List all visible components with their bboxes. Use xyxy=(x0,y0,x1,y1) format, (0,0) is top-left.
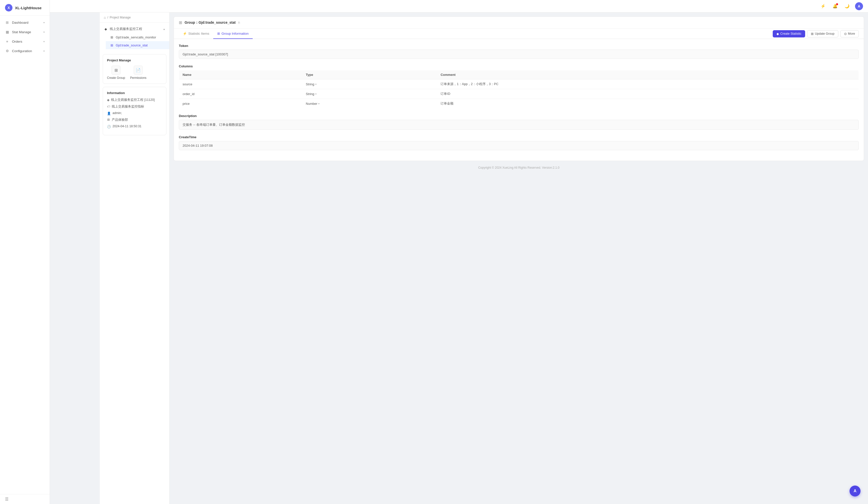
tool-icon[interactable]: ⚡ xyxy=(819,2,827,10)
sidebar-item-stat-manage[interactable]: ▦ Stat Manage ▾ xyxy=(0,27,50,37)
chevron-up-icon: ▲ xyxy=(163,28,165,30)
sidebar-item-configuration[interactable]: ⚙ Configuration ▾ xyxy=(0,46,50,56)
project-tree: ◆ 线上交易服务监控工程 ▲ ⊞ Gjd:trade_servcalls_mon… xyxy=(100,23,169,51)
token-label: Token xyxy=(179,44,859,48)
col-header-name: Name xyxy=(179,70,302,79)
update-group-button[interactable]: ⊞ Update Group xyxy=(807,30,838,38)
right-content: ⊞ Group：Gjd:trade_source_stat ⎘ ⚡ Statis… xyxy=(169,12,868,504)
tab-label: Statistic Items xyxy=(188,32,209,35)
sidebar: X XL-LightHouse ⊞ Dashboard ▾ ▦ Stat Man… xyxy=(0,0,50,504)
chevron-down-icon: ▾ xyxy=(43,21,45,24)
bar-chart-icon: ▦ xyxy=(5,30,10,34)
topbar: ⚡ 🔔 🌙 A xyxy=(50,0,868,12)
type-select-0[interactable]: String ▾ xyxy=(306,82,434,86)
create-statistic-button[interactable]: ◆ Create Statistic xyxy=(773,30,805,38)
diamond-icon: ◆ xyxy=(104,27,108,31)
info-row-3: 🏛 产品体验部 xyxy=(107,118,162,122)
app-name: XL-LightHouse xyxy=(15,6,42,10)
tab-group-information[interactable]: ⊞ Group Information xyxy=(213,29,253,39)
table-row: price Number ▾ 订单金额 xyxy=(179,99,859,109)
table-icon: ⊞ xyxy=(217,32,220,35)
content-card: ⊞ Group：Gjd:trade_source_stat ⎘ ⚡ Statis… xyxy=(174,17,864,161)
col-comment-2: 订单金额 xyxy=(437,99,858,109)
col-name-2: price xyxy=(179,99,302,109)
tag-icon: 🏷 xyxy=(107,105,110,108)
fab-button[interactable]: A xyxy=(849,485,860,496)
menu-icon[interactable]: ☰ xyxy=(5,497,9,501)
theme-icon[interactable]: 🌙 xyxy=(843,2,851,10)
chevron-down-icon: ▾ xyxy=(43,50,45,52)
type-select-2[interactable]: Number ▾ xyxy=(306,102,434,105)
left-panel: ⌂ / Project Manage ◆ 线上交易服务监控工程 ▲ ⊞ Gjd:… xyxy=(100,12,169,504)
tree-root-item[interactable]: ◆ 线上交易服务监控工程 ▲ xyxy=(100,25,169,33)
description-field: Description 交服务 -- 各终端订单量、订单金额数据监控 xyxy=(179,114,859,130)
table-row: order_id String ▾ 订单ID xyxy=(179,89,859,99)
col-comment-0: 订单来源，1：App，2：小程序，3：PC xyxy=(437,79,858,89)
information-title: Information xyxy=(107,91,162,95)
tree-children: ⊞ Gjd:trade_servcalls_monitor ⊞ Gjd:trad… xyxy=(100,33,169,49)
fab-label: A xyxy=(854,489,857,493)
more-icon: ⊙ xyxy=(844,32,847,36)
lightning-icon: ⚡ xyxy=(183,32,187,35)
settings-icon: ⚙ xyxy=(5,49,10,53)
main-layout: ⌂ / Project Manage ◆ 线上交易服务监控工程 ▲ ⊞ Gjd:… xyxy=(100,12,868,504)
breadcrumb-separator: / xyxy=(107,16,108,19)
tree-child-source-stat[interactable]: ⊞ Gjd:trade_source_stat xyxy=(106,41,169,49)
breadcrumb: ⌂ / Project Manage xyxy=(100,12,169,23)
project-manage-actions: ⊞ Create Group 📄 Permissions xyxy=(107,65,162,80)
info-row-4: 🕐 2024-04-11 18:50:31 xyxy=(107,124,162,128)
chevron-down-icon: ▾ xyxy=(318,102,320,105)
tree-child-label: Gjd:trade_servcalls_monitor xyxy=(116,35,156,39)
type-select-1[interactable]: String ▾ xyxy=(306,92,434,96)
notification-badge xyxy=(836,3,838,5)
permissions-action[interactable]: 📄 Permissions xyxy=(130,65,146,80)
create-group-label: Create Group xyxy=(107,76,125,80)
chevron-down-icon: ▾ xyxy=(43,31,45,33)
create-group-action[interactable]: ⊞ Create Group xyxy=(107,65,125,80)
columns-label: Columns xyxy=(179,64,859,68)
tab-statistic-items[interactable]: ⚡ Statistic Items xyxy=(179,29,213,39)
col-header-comment: Comment xyxy=(437,70,858,79)
table-row: source String ▾ 订单来源，1：App，2：小程序，3：PC xyxy=(179,79,859,89)
user-icon: 👤 xyxy=(107,112,111,115)
description-value: 交服务 -- 各终端订单量、订单金额数据监控 xyxy=(179,120,859,130)
sidebar-item-label: Dashboard xyxy=(12,21,41,24)
token-value: Gjd:trade_source_stat [100307] xyxy=(179,50,859,59)
createtime-label: CreateTime xyxy=(179,135,859,139)
tree-root-label: 线上交易服务监控工程 xyxy=(110,27,142,31)
chevron-down-icon: ▾ xyxy=(43,40,45,43)
chevron-down-icon: ▾ xyxy=(315,93,317,95)
more-button[interactable]: ⊙ More xyxy=(840,30,859,38)
sidebar-item-label: Orders xyxy=(12,40,41,43)
permissions-label: Permissions xyxy=(130,76,146,80)
notification-icon[interactable]: 🔔 xyxy=(831,2,839,10)
avatar[interactable]: A xyxy=(855,2,863,10)
col-type-0: String ▾ xyxy=(302,79,437,89)
sidebar-item-dashboard[interactable]: ⊞ Dashboard ▾ xyxy=(0,18,50,27)
info-text-2: admin; xyxy=(113,111,122,115)
sidebar-item-orders[interactable]: ≡ Orders ▾ xyxy=(0,37,50,46)
copy-icon[interactable]: ⎘ xyxy=(238,21,240,24)
info-text-3: 产品体验部 xyxy=(112,118,128,122)
info-text-0: 线上交易服务监控工程 [11120] xyxy=(111,98,155,102)
info-row-1: 🏷 线上交易服务监控指标 xyxy=(107,104,162,109)
diamond-icon: ◆ xyxy=(107,98,110,102)
sidebar-logo: X XL-LightHouse xyxy=(0,0,50,16)
tabs-bar: ⚡ Statistic Items ⊞ Group Information ◆ … xyxy=(174,29,864,39)
info-text-4: 2024-04-11 18:50:31 xyxy=(113,124,142,128)
header-table-icon: ⊞ xyxy=(179,20,182,25)
col-type-2: Number ▾ xyxy=(302,99,437,109)
create-group-icon: ⊞ xyxy=(112,65,121,75)
createtime-value: 2024-04-11 19:07:08 xyxy=(179,141,859,150)
content-body: Token Gjd:trade_source_stat [100307] Col… xyxy=(174,39,864,161)
footer: Copyright © 2024 XueLing All Rights Rese… xyxy=(174,161,864,174)
tree-child-servcalls[interactable]: ⊞ Gjd:trade_servcalls_monitor xyxy=(106,33,169,41)
content-header-title: Group：Gjd:trade_source_stat xyxy=(185,20,236,25)
info-row-0: ◆ 线上交易服务监控工程 [11120] xyxy=(107,98,162,102)
content-header: ⊞ Group：Gjd:trade_source_stat ⎘ xyxy=(174,17,864,29)
tree-child-label: Gjd:trade_source_stat xyxy=(116,43,148,47)
home-icon[interactable]: ⌂ xyxy=(104,16,106,19)
create-statistic-icon: ◆ xyxy=(776,32,779,36)
project-manage-title: Project Manage xyxy=(107,58,162,62)
sidebar-bottom: ☰ xyxy=(0,494,50,504)
